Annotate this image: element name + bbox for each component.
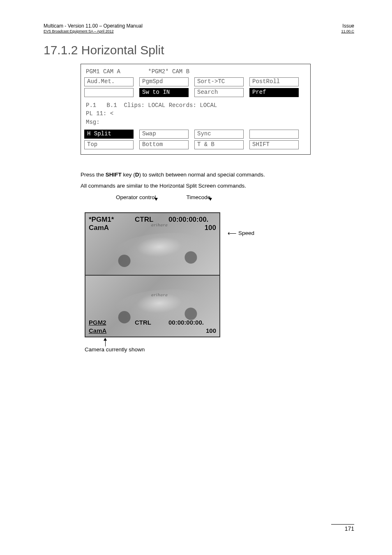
arrow-left-icon: ⟵ bbox=[228, 230, 237, 237]
section-title: 17.1.2 Horizontal Split bbox=[44, 43, 354, 57]
soft-btn-swtoin[interactable]: Sw to IN bbox=[139, 88, 189, 97]
osd-pgm1: *PGM1* bbox=[89, 216, 114, 224]
p1-post: ) to switch between normal and special c… bbox=[139, 172, 265, 178]
label-timecode: Timecode bbox=[187, 194, 211, 200]
label-speed-text: Speed bbox=[238, 230, 254, 236]
panel-pgm-line: PGM1 CAM A *PGM2* CAM B bbox=[84, 68, 307, 77]
osd-ctrl2: CTRL bbox=[135, 319, 151, 326]
osd-pgm2: PGM2 bbox=[89, 319, 106, 326]
arrow-up-icon bbox=[105, 338, 106, 346]
label-camera-shown: Camera currently shown bbox=[85, 346, 145, 353]
label-timecode-text: Timecode bbox=[187, 194, 211, 200]
car-icon bbox=[113, 230, 205, 269]
p1-shift: SHIFT bbox=[106, 172, 122, 178]
soft-btn-hsplit[interactable]: H Split bbox=[84, 130, 134, 139]
screen-top: arihara *PGM1* CamA CTRL 00:00:00:00. 10… bbox=[85, 213, 219, 275]
soft-btn-shift[interactable]: SHIFT bbox=[249, 140, 299, 149]
soft-btn-search[interactable]: Search bbox=[194, 88, 244, 97]
label-speed: ⟵ Speed bbox=[228, 230, 254, 237]
page-number: 171 bbox=[331, 524, 354, 532]
osd-tc1: 00:00:00:00. bbox=[168, 216, 208, 224]
screens: arihara *PGM1* CamA CTRL 00:00:00:00. 10… bbox=[85, 212, 220, 337]
soft-btn-sorttc[interactable]: Sort->TC bbox=[194, 77, 244, 86]
watermark-icon: arihara bbox=[151, 292, 168, 297]
soft-btn-tandb[interactable]: T & B bbox=[194, 140, 244, 149]
soft-btn-empty[interactable] bbox=[249, 130, 299, 139]
osd-cam1: CamA bbox=[89, 224, 109, 232]
screen-bottom: arihara PGM2 CamA CTRL 00:00:00:00. 100 bbox=[85, 275, 219, 337]
p1-d: D bbox=[135, 172, 139, 178]
p1-pre: Press the bbox=[81, 172, 106, 178]
osd-cam2: CamA bbox=[89, 327, 106, 334]
header-left: Multicam - Version 11.00 – Operating Man… bbox=[44, 23, 143, 29]
body-text: Press the SHIFT key (D) to switch betwee… bbox=[81, 171, 354, 190]
soft-btn-swap[interactable]: Swap bbox=[139, 130, 189, 139]
soft-btn-postroll[interactable]: PostRoll bbox=[249, 77, 299, 86]
osd-spd1: 100 bbox=[205, 224, 216, 232]
label-operator: Operator control bbox=[116, 194, 156, 200]
remote-panel: PGM1 CAM A *PGM2* CAM B Aud.Met. PgmSpd … bbox=[81, 64, 311, 155]
osd-tc2: 00:00:00:00. bbox=[168, 319, 204, 326]
header-right: Issue bbox=[342, 23, 354, 29]
soft-btn-pref[interactable]: Pref bbox=[249, 88, 299, 97]
soft-btn-audmet[interactable]: Aud.Met. bbox=[84, 77, 134, 86]
p1-mid: key ( bbox=[122, 172, 135, 178]
panel-status: P.1 B.1 Clips: LOCAL Records: LOCAL PL 1… bbox=[84, 97, 307, 130]
label-operator-text: Operator control bbox=[116, 194, 156, 200]
soft-btn-top[interactable]: Top bbox=[84, 140, 134, 149]
soft-btn-sync[interactable]: Sync bbox=[194, 130, 244, 139]
p2: All commands are similar to the Horizont… bbox=[81, 182, 354, 190]
header-sub-right: 11.00.C bbox=[331, 29, 354, 33]
soft-btn-blank[interactable] bbox=[84, 88, 134, 97]
header-sub-left: EVS Broadcast Equipment SA – April 2012 bbox=[44, 29, 114, 33]
soft-btn-bottom[interactable]: Bottom bbox=[139, 140, 189, 149]
split-diagram: Operator control Timecode arihara *PGM1*… bbox=[81, 194, 286, 363]
osd-ctrl1: CTRL bbox=[135, 216, 153, 224]
soft-btn-pgmspd[interactable]: PgmSpd bbox=[139, 77, 189, 86]
osd-spd2: 100 bbox=[206, 327, 216, 334]
watermark-icon: arihara bbox=[151, 222, 168, 227]
